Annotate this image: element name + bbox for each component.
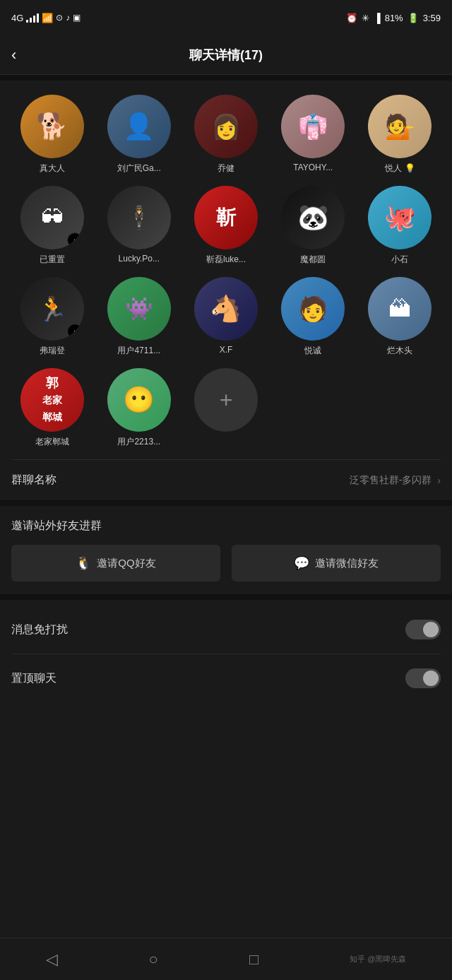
qq-icon: 🐧	[76, 555, 91, 571]
mute-row: 消息免打扰	[0, 606, 452, 654]
member-name-8: 靳磊luke...	[206, 254, 246, 266]
signal-bars	[26, 13, 39, 23]
invite-buttons: 🐧 邀请QQ好友 💬 邀请微信好友	[11, 545, 441, 581]
member-item-15[interactable]: 🏔烂木头	[359, 277, 441, 357]
member-name-12: 用户4711...	[117, 345, 160, 357]
group-name-value-container: 泛零售社群-多闪群 ›	[350, 474, 441, 487]
member-avatar-6: 🕶♪	[20, 186, 84, 249]
invite-wechat-label: 邀请微信好友	[315, 557, 379, 570]
invite-title: 邀请站外好友进群	[11, 519, 441, 533]
member-name-1: 真大人	[40, 163, 65, 175]
chevron-right-icon: ›	[437, 475, 441, 486]
member-avatar-11: 🏃♪	[20, 277, 84, 341]
signal-text: 4G	[11, 13, 23, 23]
member-avatar-7: 🕴	[107, 186, 171, 249]
member-avatar-5: 💁	[368, 95, 432, 158]
battery-icon: 🔋	[408, 13, 419, 23]
member-item-12[interactable]: 👾用户4711...	[98, 277, 179, 357]
invite-qq-button[interactable]: 🐧 邀请QQ好友	[11, 545, 220, 581]
members-section: 🐕真大人👤刘广民Ga...👩乔健👘TAYOHY...💁悦人 💡🕶♪已重置🕴Luc…	[0, 81, 452, 459]
member-avatar-12: 👾	[107, 277, 171, 341]
member-avatar-15: 🏔	[368, 277, 432, 341]
member-item-9[interactable]: 🐼魔都圆	[273, 186, 354, 266]
status-right: ⏰ ✳ ▐ 81% 🔋 3:59	[346, 13, 441, 23]
pin-toggle[interactable]	[405, 668, 441, 688]
recent-nav-icon[interactable]: □	[249, 950, 258, 969]
status-bar: 4G 📶 ⊙ ♪ ▣ ⏰ ✳ ▐ 81% 🔋 3:59	[0, 0, 452, 35]
member-name-7: Lucky.Po...	[119, 254, 160, 264]
member-avatar-13: 🐴	[194, 277, 258, 341]
alarm-icon: ⏰	[346, 13, 357, 23]
member-avatar-16: 郭老家郸城	[20, 368, 84, 432]
member-item-6[interactable]: 🕶♪已重置	[11, 186, 93, 266]
member-item-8[interactable]: 靳靳磊luke...	[185, 186, 266, 266]
member-name-16: 老家郸城	[35, 436, 69, 448]
add-member-button[interactable]: +	[194, 368, 258, 432]
member-avatar-3: 👩	[194, 95, 258, 158]
member-item-16[interactable]: 郭老家郸城老家郸城	[11, 368, 93, 448]
member-item-2[interactable]: 👤刘广民Ga...	[98, 95, 179, 175]
group-name-value: 泛零售社群-多闪群	[350, 474, 432, 487]
page-title: 聊天详情(17)	[189, 47, 263, 64]
member-name-17: 用户2213...	[117, 436, 160, 448]
member-name-6: 已重置	[40, 254, 65, 266]
bottom-spacer	[0, 702, 452, 752]
pin-toggle-knob	[423, 671, 439, 686]
back-nav-icon[interactable]: ◁	[46, 950, 58, 969]
status-left: 4G 📶 ⊙ ♪ ▣	[11, 13, 81, 23]
invite-wechat-button[interactable]: 💬 邀请微信好友	[232, 545, 441, 581]
member-item-11[interactable]: 🏃♪弗瑞登	[11, 277, 93, 357]
app-icon: ▣	[73, 13, 81, 23]
member-item-17[interactable]: 😶用户2213...	[98, 368, 179, 448]
member-avatar-1: 🐕	[20, 95, 84, 158]
mute-toggle[interactable]	[405, 620, 441, 639]
screen-record-icon: ⊙	[56, 13, 63, 23]
member-name-3: 乔健	[218, 163, 234, 175]
member-avatar-8: 靳	[194, 186, 258, 249]
invite-qq-label: 邀请QQ好友	[97, 557, 155, 570]
mute-label: 消息免打扰	[11, 622, 68, 637]
back-button[interactable]: ‹	[11, 46, 16, 64]
member-item-7[interactable]: 🕴Lucky.Po...	[98, 186, 179, 266]
group-name-label: 群聊名称	[11, 473, 56, 488]
bottom-nav: ◁ ○ □ 知乎 @黑啤先森	[0, 938, 452, 980]
clock: 3:59	[423, 13, 441, 23]
tiktok-badge: ♪	[67, 324, 83, 339]
member-item-3[interactable]: 👩乔健	[185, 95, 266, 175]
member-item-10[interactable]: 🐙小石	[359, 186, 441, 266]
member-name-14: 悦诚	[304, 345, 321, 357]
add-member-item[interactable]: +	[185, 368, 266, 448]
divider-invite	[0, 594, 452, 600]
toggle-section: 消息免打扰 置顶聊天	[0, 606, 452, 702]
members-grid: 🐕真大人👤刘广民Ga...👩乔健👘TAYOHY...💁悦人 💡🕶♪已重置🕴Luc…	[11, 95, 441, 448]
member-item-5[interactable]: 💁悦人 💡	[359, 95, 441, 175]
battery-percent: 81%	[385, 13, 403, 23]
wechat-icon: 💬	[294, 555, 309, 571]
member-name-13: X.F	[220, 345, 233, 355]
member-avatar-17: 😶	[107, 368, 171, 432]
member-name-11: 弗瑞登	[40, 345, 65, 357]
member-item-13[interactable]: 🐴X.F	[185, 277, 266, 357]
member-name-15: 烂木头	[387, 345, 412, 357]
member-avatar-2: 👤	[107, 95, 171, 158]
member-item-14[interactable]: 🧑悦诚	[273, 277, 354, 357]
wifi-icon: 📶	[42, 13, 53, 23]
member-item-4[interactable]: 👘TAYOHY...	[273, 95, 354, 175]
source-attribution: 知乎 @黑啤先森	[350, 954, 406, 964]
pin-row: 置顶聊天	[0, 654, 452, 702]
member-name-5: 悦人 💡	[385, 163, 415, 175]
member-name-2: 刘广民Ga...	[117, 163, 161, 175]
group-name-row[interactable]: 群聊名称 泛零售社群-多闪群 ›	[0, 460, 452, 500]
invite-section: 邀请站外好友进群 🐧 邀请QQ好友 💬 邀请微信好友	[0, 506, 452, 594]
home-nav-icon[interactable]: ○	[149, 950, 158, 969]
member-name-9: 魔都圆	[300, 254, 326, 266]
source-text: 知乎 @黑啤先森	[350, 954, 406, 964]
member-avatar-4: 👘	[281, 95, 345, 158]
top-divider	[0, 75, 452, 81]
bluetooth-icon: ✳	[362, 13, 369, 23]
member-item-1[interactable]: 🐕真大人	[11, 95, 93, 175]
divider-settings	[0, 500, 452, 506]
battery-signal-icon: ▐	[374, 13, 380, 23]
member-avatar-9: 🐼	[281, 186, 345, 249]
member-avatar-10: 🐙	[368, 186, 432, 249]
